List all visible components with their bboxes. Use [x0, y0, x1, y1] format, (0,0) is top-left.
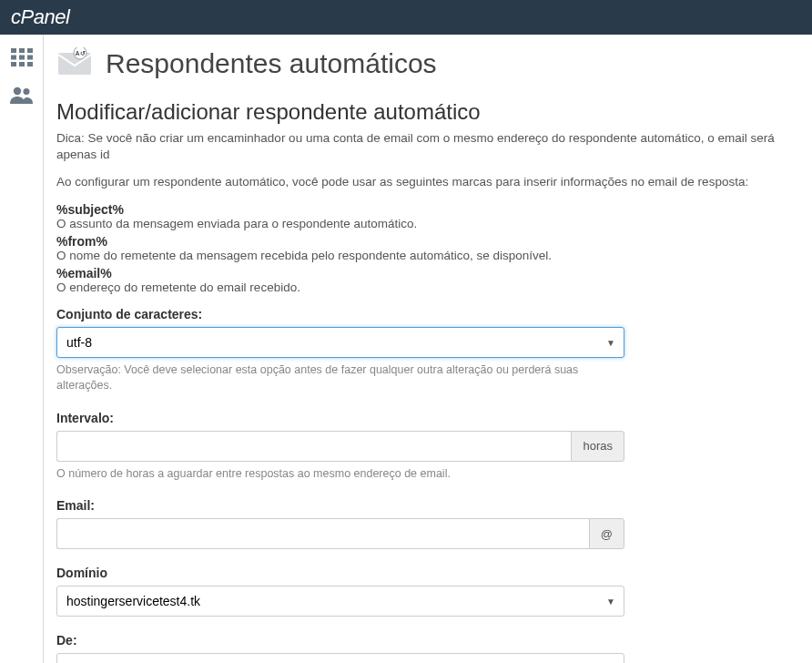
top-bar: cPanel [0, 0, 812, 35]
interval-input[interactable] [56, 431, 571, 462]
email-label: Email: [56, 498, 624, 513]
email-addon: @ [589, 518, 624, 549]
page-title: Respondentes automáticos [106, 48, 437, 79]
content-area: A↺ Respondentes automáticos Modificar/ad… [44, 35, 812, 663]
cpanel-logo: cPanel [11, 5, 69, 29]
left-rail [0, 35, 44, 663]
token-desc: O endereço do remetente do email recebid… [56, 280, 812, 294]
domain-label: Domínio [56, 566, 624, 580]
email-input[interactable] [56, 518, 589, 549]
email-field: Email: 3 @ [56, 498, 624, 549]
token-row: %email% O endereço do remetente do email… [56, 266, 812, 294]
from-input[interactable] [56, 653, 624, 663]
domain-select[interactable]: hostingerservicetest4.tk [56, 586, 624, 617]
charset-select[interactable]: utf-8 [56, 327, 624, 358]
svg-point-9 [13, 87, 20, 95]
token-key: %subject% [56, 202, 812, 217]
logo-text: cPanel [11, 5, 69, 28]
svg-point-10 [23, 88, 29, 95]
interval-input-group: horas [56, 431, 624, 462]
from-label: De: [56, 633, 624, 648]
svg-text:A↺: A↺ [75, 50, 85, 56]
svg-rect-8 [27, 62, 33, 66]
users-icon[interactable] [9, 86, 35, 106]
domain-select-wrap: hostingerservicetest4.tk ▼ [56, 586, 624, 617]
interval-help: O número de horas a aguardar entre respo… [56, 466, 624, 483]
token-key: %email% [56, 266, 812, 280]
domain-field: Domínio 4 hostingerservicetest4.tk ▼ [56, 566, 624, 617]
interval-label: Intervalo: [56, 411, 624, 425]
svg-rect-3 [11, 56, 16, 60]
tokens-block: %subject% O assunto da mensagem enviada … [56, 202, 812, 294]
section-title: Modificar/adicionar respondente automáti… [56, 99, 812, 125]
svg-rect-5 [27, 56, 33, 60]
charset-label: Conjunto de caracteres: [56, 307, 624, 321]
svg-rect-7 [19, 62, 25, 66]
main-layout: A↺ Respondentes automáticos Modificar/ad… [0, 35, 812, 663]
token-desc: O nome do remetente da mensagem recebida… [56, 249, 812, 262]
interval-addon: horas [571, 431, 624, 462]
from-field: De: 5 [56, 633, 624, 663]
grid-icon[interactable] [9, 47, 35, 67]
svg-rect-0 [11, 48, 16, 53]
page-header: A↺ Respondentes automáticos [56, 47, 812, 79]
charset-note: Observação: Você deve selecionar esta op… [56, 362, 624, 394]
email-input-group: @ [56, 518, 624, 549]
charset-field: Conjunto de caracteres: 1 utf-8 ▼ Observ… [56, 307, 624, 394]
svg-rect-1 [19, 48, 25, 53]
token-key: %from% [56, 234, 812, 249]
svg-rect-2 [27, 48, 33, 53]
interval-field: Intervalo: 2 horas O número de horas a a… [56, 411, 624, 483]
autoresponder-icon: A↺ [56, 47, 93, 79]
charset-select-wrap: utf-8 ▼ [56, 327, 624, 358]
svg-rect-4 [19, 56, 25, 60]
config-intro: Ao configurar um respondente automático,… [56, 174, 812, 190]
svg-rect-6 [11, 62, 16, 66]
tip-text: Dica: Se você não criar um encaminhador … [56, 130, 812, 163]
token-desc: O assunto da mensagem enviada para o res… [56, 217, 812, 230]
token-row: %from% O nome do remetente da mensagem r… [56, 234, 812, 262]
token-row: %subject% O assunto da mensagem enviada … [56, 202, 812, 230]
